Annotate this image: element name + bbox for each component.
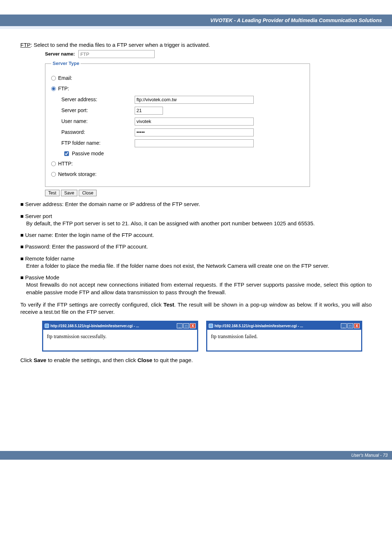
server-name-label: Server name:: [45, 51, 75, 57]
verify-paragraph: To verify if the FTP settings are correc…: [20, 301, 372, 316]
popup-fail: http://192.168.5.121/cgi-bin/admin/tests…: [206, 321, 362, 352]
bullet-text-3: User name: Enter the login name of the F…: [25, 232, 154, 238]
server-type-fieldset: Server Type Email: FTP: Server address: …: [45, 60, 310, 187]
closing-e: to quit the page.: [152, 357, 193, 363]
close-button[interactable]: Close: [79, 190, 97, 196]
radio-net-label: Network storage:: [58, 171, 97, 178]
minimize-icon[interactable]: _: [177, 323, 183, 328]
server-port-row: Server port:: [61, 107, 304, 115]
square-bullet-icon: ■: [20, 201, 24, 208]
bullet-text-1: Server address: Enter the domain name or…: [25, 201, 200, 207]
bullet-remote-folder: ■ Remote folder name Enter a folder to p…: [20, 255, 372, 270]
folder-row: FTP folder name:: [61, 139, 304, 147]
popup-body-fail: ftp transmission failed.: [207, 330, 361, 350]
bullet-list: ■ Server address: Enter the domain name …: [20, 201, 372, 296]
closing-c: to enable the settings, and then click: [46, 357, 138, 363]
popup-titlebar: http://192.168.5.121/cgi-bin/admin/tests…: [43, 322, 197, 330]
server-form: Server name: Server Type Email: FTP: Ser…: [45, 50, 372, 196]
folder-input[interactable]: [135, 139, 254, 147]
password-input[interactable]: [135, 128, 254, 136]
closing-close-bold: Close: [138, 357, 152, 363]
bullet-text-4: Password: Enter the password of the FTP …: [25, 243, 148, 250]
popup-titlebar: http://192.168.5.121/cgi-bin/admin/tests…: [207, 322, 361, 330]
server-address-input[interactable]: [135, 96, 254, 104]
bullet-server-port: ■ Server port By default, the FTP port s…: [20, 213, 372, 227]
footer-bar: User's Manual - 73: [0, 451, 392, 460]
radio-email-input[interactable]: [51, 76, 56, 81]
password-row: Password:: [61, 128, 304, 136]
password-label: Password:: [61, 129, 135, 136]
window-controls: _ □ X: [341, 323, 360, 328]
closing-save-bold: Save: [34, 357, 46, 363]
bullet-server-address: ■ Server address: Enter the domain name …: [20, 201, 372, 208]
passive-label: Passive mode: [72, 150, 104, 157]
minimize-icon[interactable]: _: [341, 323, 347, 328]
radio-email-label: Email:: [58, 75, 72, 82]
closing-a: Click: [20, 357, 34, 363]
popup-success: http://192.168.5.121/cgi-bin/admin/tests…: [42, 321, 198, 352]
verify-text-a: To verify if the FTP settings are correc…: [20, 301, 163, 308]
button-row: Test Save Close: [45, 190, 372, 196]
intro-paragraph: FTP: Select to send the media files to a…: [20, 41, 372, 49]
close-icon[interactable]: X: [190, 323, 196, 328]
radio-http[interactable]: HTTP:: [51, 160, 304, 167]
popup-title-text: http://192.168.5.121/cgi-bin/admin/tests…: [45, 324, 139, 329]
passive-row[interactable]: Passive mode: [64, 150, 304, 157]
server-port-input[interactable]: [135, 107, 163, 115]
header-divider: [0, 26, 392, 29]
bullet-user-name: ■ User name: Enter the login name of the…: [20, 231, 372, 239]
radio-ftp[interactable]: FTP:: [51, 85, 304, 92]
footer-text: User's Manual - 73: [351, 453, 388, 458]
server-name-row: Server name:: [45, 50, 372, 58]
bullet-body-5: Enter a folder to place the media file. …: [26, 262, 372, 270]
window-controls: _ □ X: [177, 323, 196, 328]
intro-text: : Select to send the media files to a FT…: [30, 42, 210, 48]
page-content: FTP: Select to send the media files to a…: [0, 41, 392, 364]
test-button[interactable]: Test: [45, 190, 60, 196]
radio-net-input[interactable]: [51, 172, 56, 177]
header-bar: VIVOTEK - A Leading Provider of Multimed…: [0, 15, 392, 26]
bullet-head-2: Server port: [25, 213, 52, 219]
ftp-heading: FTP: [20, 42, 30, 48]
server-name-input[interactable]: [78, 50, 155, 58]
close-icon[interactable]: X: [354, 323, 360, 328]
header-title: VIVOTEK - A Leading Provider of Multimed…: [210, 17, 382, 23]
user-name-input[interactable]: [135, 118, 254, 126]
popup-body-success: ftp transmission successfully.: [43, 330, 197, 350]
bullet-body-2: By default, the FTP port server is set t…: [26, 220, 372, 227]
radio-net[interactable]: Network storage:: [51, 171, 304, 178]
bullet-password: ■ Password: Enter the password of the FT…: [20, 243, 372, 250]
server-address-label: Server address:: [61, 96, 135, 103]
square-bullet-icon: ■: [20, 274, 24, 281]
radio-ftp-input[interactable]: [51, 86, 56, 91]
bullet-body-6: Most firewalls do not accept new connect…: [26, 281, 372, 296]
maximize-icon[interactable]: □: [347, 323, 353, 328]
popup-title-text: http://192.168.5.121/cgi-bin/admin/tests…: [209, 324, 303, 329]
radio-http-label: HTTP:: [58, 160, 73, 167]
save-button[interactable]: Save: [61, 190, 77, 196]
square-bullet-icon: ■: [20, 243, 24, 250]
square-bullet-icon: ■: [20, 255, 24, 262]
bullet-head-6: Passive Mode: [25, 274, 59, 280]
popup-url: http://192.168.5.121/cgi-bin/admin/tests…: [50, 324, 139, 329]
ie-icon: [209, 324, 213, 328]
bullet-passive-mode: ■ Passive Mode Most firewalls do not acc…: [20, 274, 372, 296]
ie-icon: [45, 324, 49, 328]
folder-label: FTP folder name:: [61, 140, 135, 147]
verify-test-bold: Test: [163, 301, 174, 308]
server-port-label: Server port:: [61, 107, 135, 114]
bullet-head-5: Remote folder name: [25, 255, 74, 262]
radio-http-input[interactable]: [51, 161, 56, 166]
closing-paragraph: Click Save to enable the settings, and t…: [20, 357, 372, 364]
maximize-icon[interactable]: □: [183, 323, 189, 328]
radio-email[interactable]: Email:: [51, 75, 304, 82]
server-type-legend: Server Type: [51, 60, 81, 67]
user-name-row: User name:: [61, 118, 304, 126]
square-bullet-icon: ■: [20, 231, 24, 239]
server-address-row: Server address:: [61, 96, 304, 104]
ftp-fields: Server address: Server port: User name: …: [61, 96, 304, 157]
square-bullet-icon: ■: [20, 213, 24, 220]
passive-checkbox[interactable]: [64, 151, 69, 156]
popup-url: http://192.168.5.121/cgi-bin/admin/tests…: [215, 324, 303, 329]
popup-row: http://192.168.5.121/cgi-bin/admin/tests…: [42, 321, 372, 352]
